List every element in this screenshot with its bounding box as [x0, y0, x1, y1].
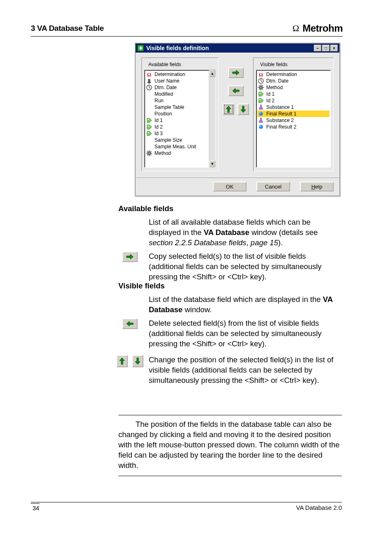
move-up-button[interactable] [223, 104, 234, 115]
remove-field-button[interactable] [228, 85, 244, 96]
product-name: VA Database 2.0 [296, 504, 342, 511]
list-item[interactable]: Determination [145, 71, 208, 78]
list-item[interactable]: Sample Meas. Unit [145, 143, 208, 150]
list-item[interactable]: Id 1 [145, 117, 208, 124]
visible-fields-dialog: ✚ Visible fields definition – □ × Availa… [135, 43, 340, 196]
list-item[interactable]: Run [145, 97, 208, 104]
list-item[interactable]: Id 2 [145, 124, 208, 130]
tag-icon [258, 91, 264, 97]
list-item[interactable]: Modified [145, 91, 208, 97]
available-heading: Available fields [118, 204, 342, 214]
app-icon: ✚ [137, 45, 144, 51]
copy-description: Copy selected field(s) to the list of vi… [149, 251, 342, 282]
clock-icon [146, 85, 152, 90]
flask-icon [258, 104, 264, 110]
omega-icon [258, 71, 264, 77]
scroll-down-icon[interactable]: ▼ [209, 161, 215, 167]
blank-icon [146, 137, 152, 143]
list-item-label: Id 1 [266, 91, 274, 97]
list-item[interactable]: Method [145, 150, 208, 157]
list-item-label: Method [266, 85, 283, 90]
available-fields-panel: Available fields DeterminationUser NameD… [141, 58, 219, 171]
list-item-label: Method [154, 150, 171, 156]
list-item-label: Sample Meas. Unit [154, 144, 196, 150]
blank-icon [146, 91, 152, 97]
minimize-button[interactable]: – [314, 45, 321, 51]
visible-fields-panel: Visible fields DeterminationDtm. DateMet… [253, 58, 334, 171]
list-item-label: Id 1 [154, 117, 163, 123]
list-item-label: Substance 1 [266, 104, 294, 110]
visible-description: List of the database field which are dis… [149, 295, 342, 315]
list-item-label: Dtm. Date [154, 85, 177, 90]
list-item-label: Id 3 [154, 131, 163, 136]
ball-icon [258, 111, 264, 117]
list-item-label: Id 2 [154, 124, 163, 130]
ok-button[interactable]: OK [213, 182, 247, 191]
list-item-label: Id 2 [266, 98, 274, 104]
list-item-label: Final Result 2 [266, 124, 296, 130]
list-item[interactable]: Id 3 [145, 130, 208, 137]
list-item[interactable]: Sample Size [145, 137, 208, 143]
omega-icon [146, 71, 152, 77]
maximize-button[interactable]: □ [322, 45, 330, 51]
header-rule [31, 36, 343, 37]
list-item-label: Dtm. Date [266, 78, 288, 84]
list-item-label: Sample Size [154, 137, 182, 143]
list-item[interactable]: Sample Table [145, 104, 208, 111]
window-title: Visible fields definition [146, 45, 209, 51]
list-item[interactable]: Dtm. Date [257, 78, 330, 84]
list-item[interactable]: Substance 2 [257, 117, 330, 124]
move-down-button[interactable] [238, 104, 249, 115]
move-down-icon [132, 355, 143, 367]
list-item[interactable]: Substance 1 [257, 104, 330, 111]
brand-text: Metrohm [302, 23, 343, 34]
tag-icon [258, 98, 264, 104]
list-item[interactable]: Dtm. Date [145, 84, 208, 91]
blank-icon [146, 144, 152, 150]
move-description: Change the position of the selected fiel… [149, 355, 342, 386]
cancel-button[interactable]: Cancel [256, 182, 290, 191]
available-fields-label: Available fields [147, 62, 183, 67]
list-item[interactable]: User Name [145, 78, 208, 84]
tag-icon [146, 124, 152, 130]
visible-fields-list[interactable]: DeterminationDtm. DateMethodId 1Id 2Subs… [256, 70, 331, 168]
list-item-label: Run [154, 98, 164, 104]
list-item[interactable]: Final Result 1 [257, 111, 330, 117]
add-field-icon [122, 251, 138, 262]
delete-description: Delete selected field(s) from the list o… [149, 318, 342, 349]
move-up-icon [116, 355, 128, 367]
available-fields-section: Available fields List of all available d… [118, 204, 342, 282]
bottom-note: The position of the fields in the databa… [118, 415, 342, 476]
close-button[interactable]: × [330, 45, 338, 51]
list-item[interactable]: Final Result 2 [257, 124, 330, 130]
gear-icon [258, 85, 264, 90]
clock-icon [258, 78, 264, 84]
add-field-button[interactable] [228, 67, 244, 78]
list-item[interactable]: Method [257, 84, 330, 91]
list-item-label: Determination [266, 71, 297, 77]
available-fields-list[interactable]: DeterminationUser NameDtm. DateModifiedR… [144, 70, 216, 168]
list-item-label: Substance 2 [266, 117, 294, 123]
ball-icon [258, 124, 264, 130]
page-footer: 34 VA Database 2.0 [31, 502, 342, 511]
titlebar: ✚ Visible fields definition – □ × [136, 44, 339, 53]
visible-fields-section: Visible fields List of the database fiel… [118, 281, 342, 386]
list-item-label: Modified [154, 91, 173, 97]
scroll-up-icon[interactable]: ▲ [209, 70, 215, 77]
list-item-label: Final Result 1 [266, 111, 296, 117]
list-item-label: Determination [154, 71, 185, 77]
blank-icon [146, 111, 152, 117]
blank-icon [146, 98, 152, 104]
flask-icon [258, 117, 264, 123]
list-item[interactable]: Id 1 [257, 91, 330, 97]
gear-icon [146, 150, 152, 156]
visible-fields-label: Visible fields [258, 62, 289, 67]
blank-icon [146, 104, 152, 110]
list-item[interactable]: Position [145, 111, 208, 117]
omega-icon: Ω [291, 24, 301, 33]
visible-heading: Visible fields [118, 281, 342, 291]
user-icon [146, 78, 152, 84]
list-item[interactable]: Id 2 [257, 97, 330, 104]
help-button[interactable]: Help [300, 182, 334, 191]
list-item[interactable]: Determination [257, 71, 330, 78]
